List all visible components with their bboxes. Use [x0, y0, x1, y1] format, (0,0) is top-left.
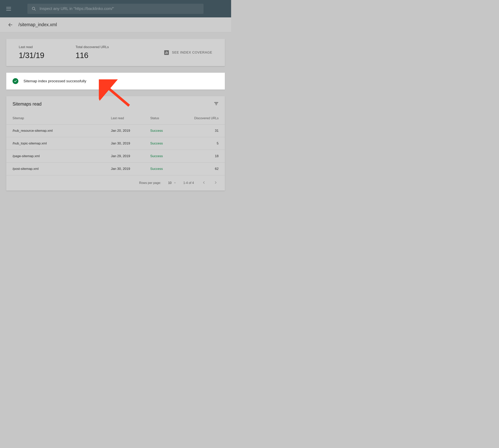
prev-page-button[interactable] [201, 180, 207, 186]
back-button[interactable] [8, 22, 13, 27]
table-row[interactable]: /hub_topic-sitemap.xmlJan 30, 2019Succes… [6, 137, 225, 150]
cell-status: Success [144, 137, 181, 150]
cell-discovered: 62 [181, 163, 225, 175]
chevron-down-icon [173, 182, 176, 184]
chevron-left-icon [202, 181, 206, 184]
stat-total-urls: Total discovered URLs 116 [76, 45, 109, 60]
sitemaps-table: Sitemap Last read Status Discovered URLs… [6, 111, 225, 175]
search-input[interactable] [39, 6, 199, 11]
check-circle-icon [13, 78, 18, 84]
status-message: Sitemap index processed successfully [23, 79, 86, 83]
table-row[interactable]: /hub_resource-sitemap.xmlJan 20, 2019Suc… [6, 125, 225, 137]
see-index-coverage-button[interactable]: SEE INDEX COVERAGE [164, 50, 212, 55]
search-icon [32, 7, 36, 11]
page-title: /sitemap_index.xml [18, 22, 57, 27]
col-last-read[interactable]: Last read [105, 111, 144, 125]
cell-sitemap: /hub_topic-sitemap.xml [6, 137, 105, 150]
status-card: Sitemap index processed successfully [6, 73, 225, 90]
cell-last-read: Jan 20, 2019 [105, 125, 144, 137]
search-container [27, 4, 204, 14]
stats-card: Last read 1/31/19 Total discovered URLs … [6, 39, 225, 66]
menu-icon[interactable] [6, 7, 11, 11]
cell-sitemap: /page-sitemap.xml [6, 150, 105, 163]
stat-last-read: Last read 1/31/19 [19, 45, 44, 60]
cell-last-read: Jan 30, 2019 [105, 137, 144, 150]
rows-per-page-value: 10 [168, 181, 172, 185]
col-status[interactable]: Status [144, 111, 181, 125]
col-sitemap[interactable]: Sitemap [6, 111, 105, 125]
cell-status: Success [144, 125, 181, 137]
cell-status: Success [144, 163, 181, 175]
next-page-button[interactable] [213, 180, 219, 186]
top-bar [0, 0, 231, 17]
bar-chart-icon [164, 50, 169, 55]
rows-per-page-select[interactable]: 10 [168, 181, 176, 185]
svg-line-1 [34, 9, 35, 10]
page-range: 1-4 of 4 [183, 181, 194, 185]
chevron-right-icon [214, 181, 217, 184]
pagination: Rows per page: 10 1-4 of 4 [6, 175, 225, 191]
cell-status: Success [144, 150, 181, 163]
coverage-label: SEE INDEX COVERAGE [172, 51, 212, 55]
stat-label: Total discovered URLs [76, 45, 109, 49]
filter-icon[interactable] [214, 101, 219, 107]
stat-value: 1/31/19 [19, 51, 44, 60]
table-title: Sitemaps read [13, 101, 41, 107]
cell-discovered: 5 [181, 137, 225, 150]
search-box[interactable] [27, 4, 204, 14]
stat-value: 116 [76, 51, 109, 60]
cell-last-read: Jan 30, 2019 [105, 163, 144, 175]
cell-sitemap: /post-sitemap.xml [6, 163, 105, 175]
cell-last-read: Jan 29, 2019 [105, 150, 144, 163]
table-row[interactable]: /page-sitemap.xmlJan 29, 2019Success18 [6, 150, 225, 163]
col-discovered[interactable]: Discovered URLs [181, 111, 225, 125]
title-bar: /sitemap_index.xml [0, 17, 231, 32]
cell-sitemap: /hub_resource-sitemap.xml [6, 125, 105, 137]
rows-per-page-label: Rows per page: [139, 181, 161, 185]
sitemaps-table-card: Sitemaps read Sitemap Last read Status D… [6, 96, 225, 191]
arrow-left-icon [8, 22, 13, 27]
cell-discovered: 31 [181, 125, 225, 137]
cell-discovered: 18 [181, 150, 225, 163]
stat-label: Last read [19, 45, 44, 49]
table-row[interactable]: /post-sitemap.xmlJan 30, 2019Success62 [6, 163, 225, 175]
